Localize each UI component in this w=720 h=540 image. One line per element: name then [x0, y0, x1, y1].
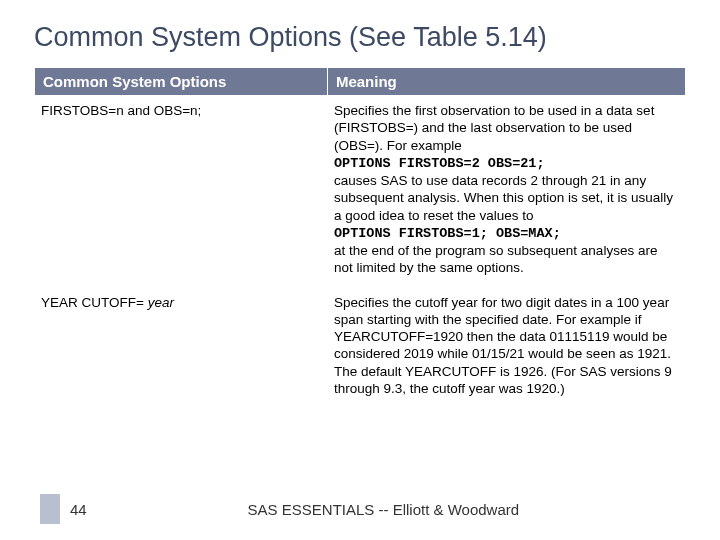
meaning-text: causes SAS to use data records 2 through…: [334, 173, 673, 223]
code-sample: OPTIONS FIRSTOBS=1; OBS=MAX;: [334, 226, 561, 241]
slide-container: Common System Options (See Table 5.14) C…: [0, 0, 720, 540]
cell-meaning: Specifies the cutoff year for two digit …: [327, 287, 685, 408]
header-option: Common System Options: [35, 68, 328, 96]
options-table: Common System Options Meaning FIRSTOBS=n…: [34, 67, 686, 408]
cell-option: FIRSTOBS=n and OBS=n;: [35, 96, 328, 288]
table-header-row: Common System Options Meaning: [35, 68, 686, 96]
table-row: FIRSTOBS=n and OBS=n; Specifies the firs…: [35, 96, 686, 288]
cell-meaning: Specifies the first observation to be us…: [327, 96, 685, 288]
option-italic: year: [148, 295, 174, 310]
slide-footer: 44 SAS ESSENTIALS -- Elliott & Woodward: [0, 494, 720, 524]
cell-option: YEAR CUTOFF= year: [35, 287, 328, 408]
slide-title: Common System Options (See Table 5.14): [34, 22, 686, 53]
footer-credit: SAS ESSENTIALS -- Elliott & Woodward: [47, 501, 720, 518]
code-sample: OPTIONS FIRSTOBS=2 OBS=21;: [334, 156, 545, 171]
header-meaning: Meaning: [327, 68, 685, 96]
table-row: YEAR CUTOFF= year Specifies the cutoff y…: [35, 287, 686, 408]
meaning-text: at the end of the program so subsequent …: [334, 243, 657, 275]
meaning-text: Specifies the first observation to be us…: [334, 103, 654, 153]
option-text: YEAR CUTOFF=: [41, 295, 148, 310]
